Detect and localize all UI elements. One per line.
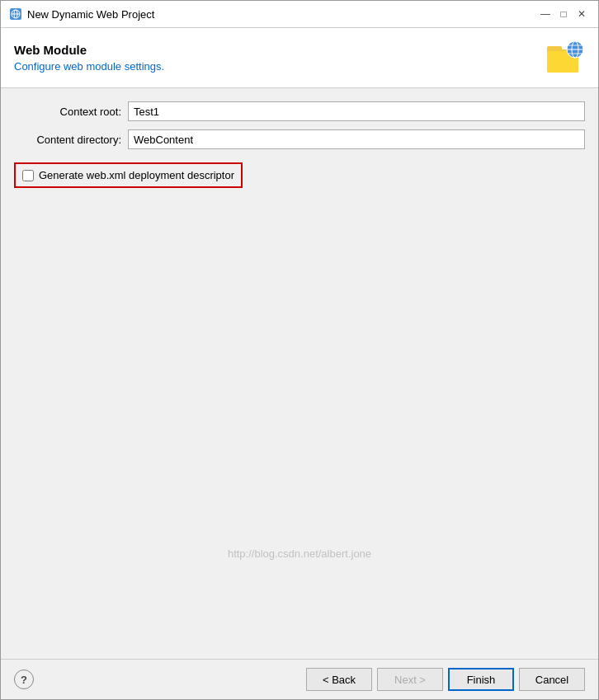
header-section: Web Module Configure web module settings… — [1, 28, 598, 88]
minimize-button[interactable]: — — [537, 6, 554, 22]
content-area: Context root: Content directory: Generat… — [1, 88, 598, 659]
header-subtitle: Configure web module settings. — [14, 60, 164, 73]
folder-globe-icon — [545, 38, 585, 78]
context-root-row: Context root: — [14, 101, 585, 121]
generate-xml-checkbox[interactable] — [22, 170, 34, 181]
window-title: New Dynamic Web Project — [27, 8, 154, 21]
header-title: Web Module — [14, 43, 164, 57]
content-directory-label: Content directory: — [14, 134, 121, 146]
footer-right: < Back Next > Finish Cancel — [306, 668, 585, 691]
title-bar-controls: — □ ✕ — [537, 6, 590, 22]
generate-xml-label[interactable]: Generate web.xml deployment descriptor — [39, 169, 234, 181]
checkbox-row: Generate web.xml deployment descriptor — [14, 162, 243, 188]
help-button[interactable]: ? — [14, 669, 34, 689]
next-button[interactable]: Next > — [377, 668, 443, 691]
title-bar-left: New Dynamic Web Project — [9, 7, 154, 21]
footer: ? < Back Next > Finish Cancel — [1, 659, 598, 699]
context-root-label: Context root: — [14, 106, 121, 118]
dialog-window: New Dynamic Web Project — □ ✕ Web Module… — [0, 0, 599, 700]
maximize-button[interactable]: □ — [555, 6, 572, 22]
content-directory-row: Content directory: — [14, 129, 585, 149]
app-icon — [9, 7, 22, 21]
context-root-input[interactable] — [128, 101, 585, 121]
back-button[interactable]: < Back — [306, 668, 372, 691]
watermark: http://blog.csdn.net/albert.jone — [228, 547, 371, 560]
close-button[interactable]: ✕ — [573, 6, 590, 22]
finish-button[interactable]: Finish — [448, 668, 514, 691]
header-text: Web Module Configure web module settings… — [14, 43, 164, 73]
footer-left: ? — [14, 669, 34, 689]
cancel-button[interactable]: Cancel — [519, 668, 585, 691]
title-bar: New Dynamic Web Project — □ ✕ — [1, 1, 598, 28]
content-directory-input[interactable] — [128, 129, 585, 149]
